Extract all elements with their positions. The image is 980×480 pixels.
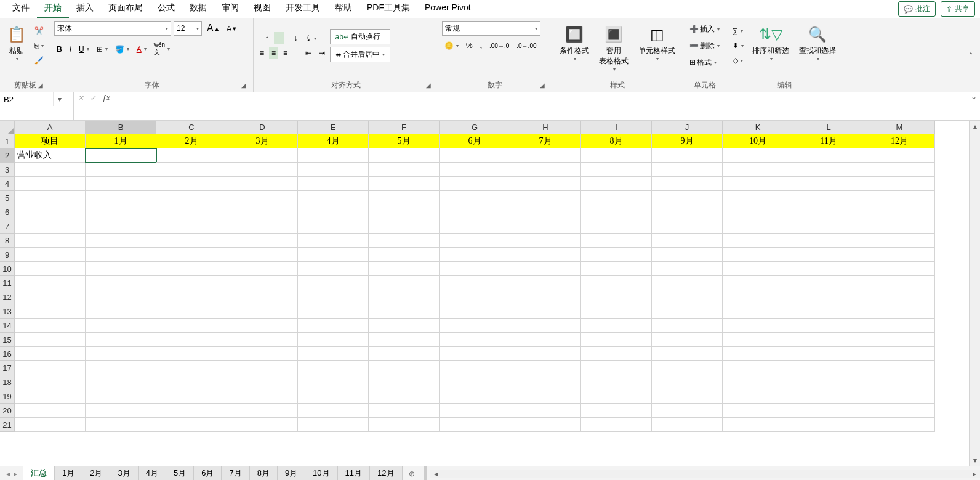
cell-D11[interactable]	[227, 276, 298, 290]
cell-K8[interactable]	[723, 234, 793, 248]
row-header-19[interactable]: 19	[0, 389, 14, 404]
copy-button[interactable]: ⎘▾	[32, 39, 46, 52]
cell-J3[interactable]	[652, 163, 723, 177]
cell-C13[interactable]	[156, 304, 227, 319]
cell-A19[interactable]	[15, 389, 86, 404]
cell-J17[interactable]	[652, 361, 723, 375]
cell-G19[interactable]	[440, 389, 510, 404]
cell-L18[interactable]	[793, 375, 864, 389]
cell-B13[interactable]	[86, 304, 156, 319]
row-header-20[interactable]: 20	[0, 404, 14, 418]
cell-D15[interactable]	[227, 333, 298, 347]
cell-D6[interactable]	[227, 205, 298, 219]
cell-J12[interactable]	[652, 290, 723, 304]
cell-I16[interactable]	[581, 347, 652, 361]
scroll-right-button[interactable]: ▸	[969, 470, 980, 478]
cell-F1[interactable]: 5月	[369, 134, 440, 148]
expand-formula-bar-button[interactable]: ⌄	[968, 92, 980, 120]
underline-button[interactable]: U▾	[76, 43, 92, 55]
menu-tab-页面布局[interactable]: 页面布局	[101, 0, 150, 18]
cell-C16[interactable]	[156, 347, 227, 361]
row-header-5[interactable]: 5	[0, 191, 14, 205]
cell-M10[interactable]	[864, 262, 935, 276]
cell-F13[interactable]	[369, 304, 440, 319]
row-header-7[interactable]: 7	[0, 219, 14, 234]
cell-L10[interactable]	[793, 262, 864, 276]
cell-G5[interactable]	[440, 191, 510, 205]
sheet-tab-11月[interactable]: 11月	[338, 466, 370, 481]
cell-K11[interactable]	[723, 276, 793, 290]
number-dialog-launcher[interactable]: ◢	[538, 81, 547, 89]
cell-M15[interactable]	[864, 333, 935, 347]
menu-tab-Power Pivot[interactable]: Power Pivot	[417, 0, 478, 18]
cell-M4[interactable]	[864, 177, 935, 191]
alignment-dialog-launcher[interactable]: ◢	[424, 81, 433, 89]
sheet-tab-10月[interactable]: 10月	[305, 466, 337, 481]
sheet-tab-6月[interactable]: 6月	[194, 466, 222, 481]
cut-button[interactable]: ✂️	[32, 25, 46, 37]
cell-J4[interactable]	[652, 177, 723, 191]
cell-M7[interactable]	[864, 219, 935, 234]
row-header-16[interactable]: 16	[0, 347, 14, 361]
cell-A4[interactable]	[15, 177, 86, 191]
sheet-tab-3月[interactable]: 3月	[110, 466, 138, 481]
cell-G9[interactable]	[440, 248, 510, 262]
delete-cells-button[interactable]: ➖删除▾	[687, 39, 722, 53]
cell-I11[interactable]	[581, 276, 652, 290]
sheet-tab-汇总[interactable]: 汇总	[23, 466, 55, 481]
cell-C17[interactable]	[156, 361, 227, 375]
cell-F15[interactable]	[369, 333, 440, 347]
cell-J6[interactable]	[652, 205, 723, 219]
percent-button[interactable]: %	[464, 39, 475, 52]
cell-L16[interactable]	[793, 347, 864, 361]
cell-K19[interactable]	[723, 389, 793, 404]
name-box-dropdown[interactable]: ▾	[53, 92, 65, 106]
select-all-corner[interactable]	[0, 121, 15, 134]
cell-D10[interactable]	[227, 262, 298, 276]
cell-H20[interactable]	[510, 404, 581, 418]
cell-C11[interactable]	[156, 276, 227, 290]
cell-J8[interactable]	[652, 234, 723, 248]
cell-M3[interactable]	[864, 163, 935, 177]
cell-H15[interactable]	[510, 333, 581, 347]
cell-D5[interactable]	[227, 191, 298, 205]
cell-H21[interactable]	[510, 418, 581, 432]
cell-L8[interactable]	[793, 234, 864, 248]
cell-C15[interactable]	[156, 333, 227, 347]
cell-J9[interactable]	[652, 248, 723, 262]
col-header-F[interactable]: F	[369, 121, 440, 134]
cell-K13[interactable]	[723, 304, 793, 319]
cell-C21[interactable]	[156, 418, 227, 432]
cell-styles-button[interactable]: ◫ 单元格样式 ▾	[635, 21, 679, 64]
cell-H3[interactable]	[510, 163, 581, 177]
cell-H6[interactable]	[510, 205, 581, 219]
number-format-select[interactable]: 常规 ▾	[442, 21, 540, 36]
font-color-button[interactable]: A▾	[134, 43, 149, 55]
cell-A5[interactable]	[15, 191, 86, 205]
cell-A13[interactable]	[15, 304, 86, 319]
cell-D1[interactable]: 3月	[227, 134, 298, 148]
cancel-formula-button[interactable]: ✕	[78, 94, 84, 102]
cell-F18[interactable]	[369, 375, 440, 389]
cell-J13[interactable]	[652, 304, 723, 319]
cell-L12[interactable]	[793, 290, 864, 304]
cell-A2[interactable]: 营业收入	[15, 148, 86, 163]
menu-tab-帮助[interactable]: 帮助	[327, 0, 359, 18]
cell-G20[interactable]	[440, 404, 510, 418]
cell-K5[interactable]	[723, 191, 793, 205]
cell-E2[interactable]	[298, 148, 369, 163]
cell-D13[interactable]	[227, 304, 298, 319]
cell-I10[interactable]	[581, 262, 652, 276]
scroll-up-button[interactable]: ▴	[970, 121, 980, 132]
font-name-select[interactable]: 宋体 ▾	[54, 21, 171, 36]
border-button[interactable]: ⊞▾	[94, 43, 110, 55]
cell-G16[interactable]	[440, 347, 510, 361]
sheet-tab-5月[interactable]: 5月	[166, 466, 194, 481]
cell-E8[interactable]	[298, 234, 369, 248]
cell-K20[interactable]	[723, 404, 793, 418]
cell-E20[interactable]	[298, 404, 369, 418]
cell-M9[interactable]	[864, 248, 935, 262]
cell-M6[interactable]	[864, 205, 935, 219]
cell-E19[interactable]	[298, 389, 369, 404]
cell-H2[interactable]	[510, 148, 581, 163]
